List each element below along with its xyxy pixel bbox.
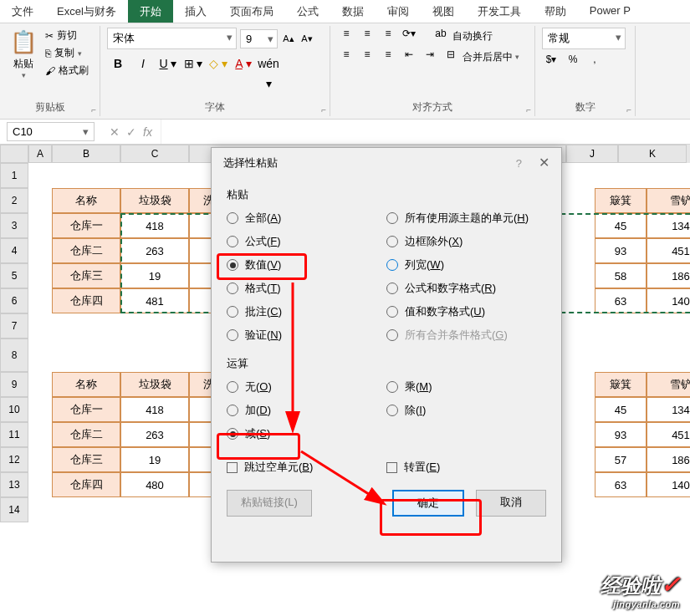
cell-C6[interactable]: 481 [120,288,189,313]
cell-C2[interactable]: 垃圾袋 [120,188,189,213]
accounting-format-button[interactable]: $▾ [542,53,560,70]
increase-font-button[interactable]: A▴ [281,31,296,46]
row-header-11[interactable]: 11 [0,422,28,447]
radio-R[interactable]: 公式和数字格式(R) [386,281,546,296]
comma-button[interactable]: , [585,53,604,70]
align-left-button[interactable]: ≡ [337,48,355,65]
radio-I[interactable]: 除(I) [386,403,546,418]
font-name-select[interactable]: 宋体 [107,28,237,49]
radio-W[interactable]: 列宽(W) [386,257,546,272]
row-header-12[interactable]: 12 [0,447,28,472]
cancel-button[interactable]: 取消 [476,490,546,517]
border-button[interactable]: ⊞ ▾ [182,53,204,74]
cell-C5[interactable]: 19 [120,263,189,288]
cell-B6[interactable]: 仓库四 [52,288,120,313]
radio-F[interactable]: 公式(F) [227,234,386,249]
cell-B11[interactable]: 仓库二 [52,422,120,447]
cell-K10[interactable]: 134 [647,397,690,422]
tab-insert[interactable]: 插入 [173,0,218,23]
cell-J5[interactable]: 58 [595,263,647,288]
col-header-J[interactable]: J [566,145,618,163]
radio-O[interactable]: 无(O) [227,379,386,395]
radio-T[interactable]: 格式(T) [227,281,386,296]
align-top-button[interactable]: ≡ [337,28,355,44]
row-header-1[interactable]: 1 [0,163,28,188]
italic-button[interactable]: I [132,53,154,74]
cell-C11[interactable]: 263 [120,422,189,447]
col-header-K[interactable]: K [618,145,687,163]
row-header-3[interactable]: 3 [0,213,28,238]
help-icon[interactable]: ? [516,157,522,170]
cell-K12[interactable]: 186 [647,447,690,472]
cell-K11[interactable]: 451 [647,422,690,447]
align-center-button[interactable]: ≡ [358,48,376,65]
orientation-button[interactable]: ⟳▾ [400,28,418,44]
decrease-font-button[interactable]: A▾ [299,31,314,46]
radio-H[interactable]: 所有使用源主题的单元(H) [386,211,546,226]
row-header-7[interactable]: 7 [0,313,28,339]
enter-formula-icon[interactable]: ✓ [126,125,136,139]
radio-U[interactable]: 值和数字格式(U) [386,304,546,319]
cell-K5[interactable]: 186 [647,263,690,288]
cell-C4[interactable]: 263 [120,238,189,263]
cell-J11[interactable]: 93 [595,422,647,447]
cell-J2[interactable]: 簸箕 [595,188,647,213]
cell-K13[interactable]: 140 [647,472,690,497]
phonetic-button[interactable]: wén ▾ [258,53,279,74]
cell-J3[interactable]: 45 [595,213,647,238]
cell-B9[interactable]: 名称 [52,372,120,397]
radio-V[interactable]: 数值(V) [227,257,386,272]
col-header-C[interactable]: C [120,145,189,163]
paste-link-button[interactable]: 粘贴链接(L) [227,490,312,517]
cell-B5[interactable]: 仓库三 [52,263,120,288]
copy-button[interactable]: ⎘复制▾ [43,45,90,61]
increase-indent-button[interactable]: ⇥ [421,48,439,65]
cell-K3[interactable]: 134 [647,213,690,238]
radio-M[interactable]: 乘(M) [386,379,546,395]
close-icon[interactable]: ✕ [539,155,549,170]
tab-page-layout[interactable]: 页面布局 [218,0,285,23]
clipboard-dialog-launcher[interactable]: ⌐ [91,105,96,115]
cell-C10[interactable]: 418 [120,397,189,422]
row-header-8[interactable]: 8 [0,339,28,372]
tab-powerp[interactable]: Power P [578,0,642,23]
cell-J9[interactable]: 簸箕 [595,372,647,397]
tab-review[interactable]: 审阅 [376,0,421,23]
paste-button[interactable]: 📋 粘贴 ▾ [7,28,40,98]
font-dialog-launcher[interactable]: ⌐ [321,105,326,115]
cell-J4[interactable]: 93 [595,238,647,263]
radio-C[interactable]: 批注(C) [227,304,386,319]
align-dialog-launcher[interactable]: ⌐ [526,105,531,115]
col-header-A[interactable]: A [28,145,52,163]
tab-excel-finance[interactable]: Excel与财务 [45,0,128,23]
format-painter-button[interactable]: 🖌格式刷 [43,63,90,79]
radio-N[interactable]: 验证(N) [227,328,386,343]
ok-button[interactable]: 确定 [392,490,464,517]
font-size-select[interactable]: 9 [240,29,278,48]
select-all-corner[interactable] [0,145,28,163]
tab-file[interactable]: 文件 [0,0,45,23]
font-color-button[interactable]: A ▾ [233,53,254,74]
cell-B12[interactable]: 仓库三 [52,447,120,472]
radio-D[interactable]: 加(D) [227,403,386,418]
formula-bar[interactable] [161,120,690,144]
wrap-text-button[interactable]: ab [432,28,450,44]
row-header-14[interactable]: 14 [0,497,28,522]
fill-color-button[interactable]: ◇ ▾ [207,53,229,74]
cell-B3[interactable]: 仓库一 [52,213,120,238]
cell-B4[interactable]: 仓库二 [52,238,120,263]
percent-button[interactable]: % [564,53,582,70]
cell-B10[interactable]: 仓库一 [52,397,120,422]
number-dialog-launcher[interactable]: ⌐ [626,105,631,115]
underline-button[interactable]: U ▾ [157,53,179,74]
cell-J10[interactable]: 45 [595,397,647,422]
cell-C3[interactable]: 418 [120,213,189,238]
cell-K2[interactable]: 雪铲 [647,188,690,213]
row-header-2[interactable]: 2 [0,188,28,213]
cell-K6[interactable]: 140 [647,288,690,313]
radio-X[interactable]: 边框除外(X) [386,234,546,249]
cell-J13[interactable]: 63 [595,472,647,497]
decrease-indent-button[interactable]: ⇤ [400,48,418,65]
transpose-checkbox[interactable]: 转置(E) [386,460,546,475]
number-format-select[interactable]: 常规 [542,28,626,49]
